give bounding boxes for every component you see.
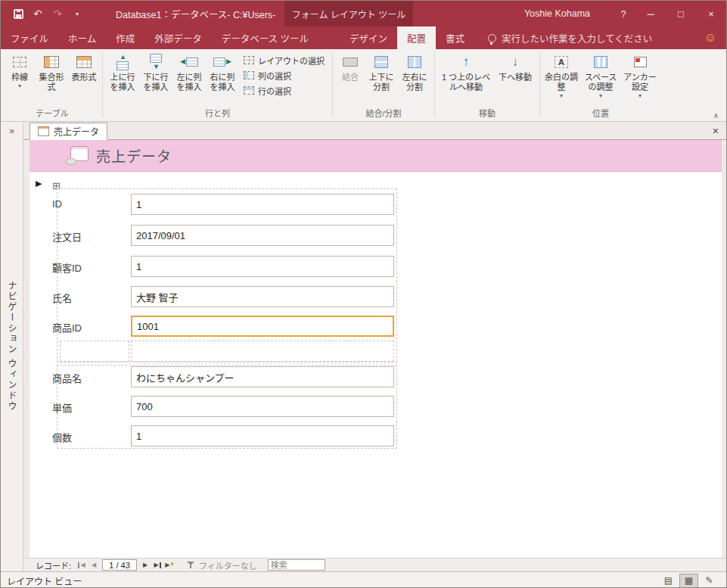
close-icon: × xyxy=(708,8,714,20)
margins-label: 余白の調整 xyxy=(545,73,578,92)
close-button[interactable]: × xyxy=(696,1,726,26)
customize-qat-button[interactable]: ▾ xyxy=(67,3,87,24)
design-view-button[interactable]: ✎ xyxy=(700,574,719,588)
redo-button[interactable]: ↷ xyxy=(48,3,67,24)
anchoring-icon-wrap xyxy=(634,53,647,71)
rows-cols-group-label: 行と列 xyxy=(106,108,329,121)
help-button[interactable]: ? xyxy=(611,1,635,26)
merge-button[interactable]: 結合 xyxy=(336,50,365,108)
expand-nav-pane-icon[interactable]: » xyxy=(1,126,23,136)
field-value-order-date: 2017/09/01 xyxy=(136,230,185,241)
anchoring-button[interactable]: アンカー設定 ▾ xyxy=(622,50,658,108)
tab-external-data[interactable]: 外部データ xyxy=(144,26,212,49)
maximize-button[interactable]: □ xyxy=(666,1,696,26)
control-padding-button[interactable]: スペースの調整 ▾ xyxy=(579,50,622,108)
filter-indicator[interactable]: フィルターなし xyxy=(186,559,257,571)
field-value-product-id: 1001 xyxy=(137,321,159,332)
form-header: 売上データ xyxy=(30,140,722,172)
account-user-name[interactable]: Yoshie Kohama xyxy=(524,8,590,19)
split-vertical-button[interactable]: 上下に分割 xyxy=(365,50,398,108)
tab-format[interactable]: 書式 xyxy=(436,26,474,49)
field-input-customer-id[interactable]: 1 xyxy=(131,256,394,277)
control-margins-button[interactable]: A 余白の調整 ▾ xyxy=(543,50,579,108)
field-label-customer-id[interactable]: 顧客ID xyxy=(52,260,82,275)
arrow-left-icon: ◀ xyxy=(180,58,185,65)
close-document-button[interactable]: × xyxy=(713,126,719,136)
select-row-button[interactable]: 行の選択 xyxy=(241,83,328,98)
split-horizontal-button[interactable]: 左右に分割 xyxy=(398,50,431,108)
tabular-layout-button[interactable]: 表形式 xyxy=(69,50,99,108)
help-icon: ? xyxy=(620,8,626,20)
insert-right-button[interactable]: ▶ 右に列を挿入 xyxy=(206,50,239,108)
field-input-id[interactable]: 1 xyxy=(131,194,394,215)
form-view-icon: ▤ xyxy=(664,575,673,586)
tabular-layout-icon xyxy=(76,56,92,68)
record-selector-icon[interactable]: ▶ xyxy=(36,179,42,188)
form-detail-section: ▶ ⊞ ID 1 注文日 2017/09/01 顧客ID 1 xyxy=(30,172,722,558)
last-record-button[interactable]: ▶ xyxy=(151,559,163,571)
tabular-icon-wrap xyxy=(76,53,92,71)
titlebar-right: Yoshie Kohama ? ─ □ × xyxy=(524,1,726,26)
insert-left-button[interactable]: ◀ 左に列を挿入 xyxy=(172,50,206,108)
merge-split-buttons: 結合 上下に分割 左右に分割 xyxy=(336,50,431,108)
insert-below-button[interactable]: ▼ 下に行を挿入 xyxy=(139,50,172,108)
new-record-button[interactable]: ▶* xyxy=(163,559,176,571)
form-view-button[interactable]: ▤ xyxy=(659,574,678,588)
record-search-input[interactable] xyxy=(268,559,325,571)
field-label-quantity[interactable]: 個数 xyxy=(52,430,72,444)
gridlines-button[interactable]: 枠線 ▾ xyxy=(5,50,34,108)
field-label-id[interactable]: ID xyxy=(52,198,62,210)
insert-above-button[interactable]: ▲ 上に行を挿入 xyxy=(106,50,139,108)
feedback-smiley-button[interactable]: ☺ xyxy=(704,26,726,49)
field-input-product-id-selected[interactable]: 1001 xyxy=(131,316,394,337)
next-record-icon: ▶ xyxy=(143,562,148,568)
field-label-product-name[interactable]: 商品名 xyxy=(52,371,82,385)
last-record-icon: ▶ xyxy=(154,562,158,568)
empty-layout-cell-control[interactable] xyxy=(131,341,394,362)
stacked-layout-button[interactable]: 集合形式 xyxy=(34,50,69,108)
table-group-label: テーブル xyxy=(5,108,99,121)
previous-record-button[interactable]: ◀ xyxy=(88,559,100,571)
field-label-order-date[interactable]: 注文日 xyxy=(52,229,82,244)
field-row-customer-id: 顧客ID 1 xyxy=(30,256,722,277)
field-input-order-date[interactable]: 2017/09/01 xyxy=(131,225,394,246)
tab-create[interactable]: 作成 xyxy=(106,26,144,49)
group-separator xyxy=(332,52,333,117)
collapse-ribbon-button[interactable]: ∧ xyxy=(713,111,719,120)
tab-database-tools[interactable]: データベース ツール xyxy=(212,26,318,49)
field-input-product-name[interactable]: わにちゃんシャンプー xyxy=(131,366,394,387)
move-down-button[interactable]: ↓ 下へ移動 xyxy=(494,50,536,108)
tell-me-box[interactable]: 実行したい作業を入力してください xyxy=(488,26,652,49)
select-column-button[interactable]: 列の選択 xyxy=(241,68,328,82)
split-vertical-icon xyxy=(374,56,388,68)
ribbon-tab-row: ファイル ホーム 作成 外部データ データベース ツール デザイン 配置 書式 … xyxy=(1,26,726,49)
layout-view-button[interactable]: ▦ xyxy=(679,574,698,588)
tab-file[interactable]: ファイル xyxy=(1,26,58,49)
filter-status-label: フィルターなし xyxy=(199,559,257,571)
minimize-button[interactable]: ─ xyxy=(635,1,666,26)
undo-button[interactable]: ↶ xyxy=(28,3,48,24)
move-up-button[interactable]: ↑ 1 つ上のレベルへ移動 xyxy=(438,50,494,108)
record-position-box[interactable]: 1 / 43 xyxy=(102,559,137,571)
tab-home[interactable]: ホーム xyxy=(58,26,106,49)
maximize-icon: □ xyxy=(678,8,684,20)
navigation-pane-collapsed[interactable]: » ナビゲーション ウィンドウ xyxy=(1,122,23,571)
select-layout-button[interactable]: レイアウトの選択 xyxy=(241,53,328,67)
next-record-button[interactable]: ▶ xyxy=(139,559,151,571)
first-record-button[interactable]: ◀ xyxy=(76,559,88,571)
field-input-name[interactable]: 大野 智子 xyxy=(131,286,394,307)
document-tab-sales-data[interactable]: 売上データ xyxy=(30,123,107,140)
group-separator xyxy=(434,52,435,117)
field-label-name[interactable]: 氏名 xyxy=(52,291,72,305)
position-group-label: 位置 xyxy=(543,108,658,121)
field-input-quantity[interactable]: 1 xyxy=(131,425,394,446)
tab-design[interactable]: デザイン xyxy=(340,26,397,49)
field-label-unit-price[interactable]: 単価 xyxy=(52,400,72,415)
field-row-product-name: 商品名 わにちゃんシャンプー xyxy=(30,366,722,387)
tell-me-text: 実行したい作業を入力してください xyxy=(502,31,652,45)
field-label-product-id[interactable]: 商品ID xyxy=(52,320,82,334)
tab-arrange[interactable]: 配置 xyxy=(397,26,436,49)
save-button[interactable] xyxy=(8,3,28,24)
field-input-unit-price[interactable]: 700 xyxy=(131,396,394,417)
empty-layout-cell-label[interactable] xyxy=(60,341,129,362)
